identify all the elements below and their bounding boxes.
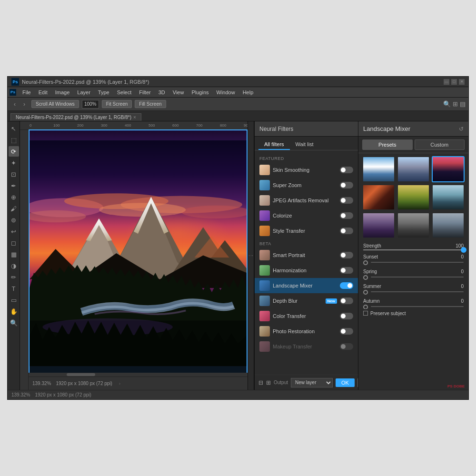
photo-restoration-toggle[interactable] [340,328,353,335]
menu-file[interactable]: File [19,89,34,96]
preserve-subject-checkbox[interactable] [363,311,368,316]
menu-window[interactable]: Window [213,89,238,96]
canvas-content[interactable] [29,130,248,377]
move-tool[interactable]: ↖ [9,123,19,134]
tab-wait-list[interactable]: Wait list [290,139,319,150]
select-tool[interactable]: ⬚ [9,135,19,145]
tab-close-button[interactable]: × [133,115,136,120]
colorize-toggle[interactable] [340,212,353,219]
scrollbar-horizontal[interactable] [29,373,248,377]
filter-landscape-mixer[interactable]: Landscape Mixer [255,278,358,293]
menu-select[interactable]: Select [114,89,135,96]
menu-help[interactable]: Help [239,89,257,96]
layers-icon-btn[interactable]: ⊟ [258,377,263,388]
filter-depth-blur[interactable]: Depth Blur New [255,293,358,308]
text-tool[interactable]: T [9,283,19,294]
autumn-track[interactable] [371,306,464,307]
lm-tab-custom[interactable]: Custom [415,139,465,150]
menu-plugins[interactable]: Plugins [188,89,212,96]
landscape-mixer-toggle[interactable] [340,282,353,289]
summer-circle[interactable] [363,290,368,295]
preset-9[interactable] [432,212,465,238]
hand-tool[interactable]: ✋ [9,306,19,317]
crop-tool[interactable]: ⊡ [9,169,19,179]
menu-3d[interactable]: 3D [155,89,169,96]
forward-button[interactable]: › [20,100,29,109]
clone-tool[interactable]: ⊚ [9,215,19,225]
preset-6[interactable] [432,184,465,210]
depth-blur-toggle[interactable] [340,298,353,304]
spring-circle[interactable] [363,275,368,280]
preset-4[interactable] [362,184,395,210]
menu-image[interactable]: Image [52,89,73,96]
smart-portrait-toggle[interactable] [340,252,353,258]
preset-3[interactable] [432,156,465,182]
pen-tool[interactable]: ✏ [9,272,19,282]
zoom-tool[interactable]: 🔍 [9,317,19,328]
arrange-icon[interactable]: ▤ [460,100,466,108]
filter-colorize[interactable]: Colorize [255,208,358,223]
neural-filters-list[interactable]: FEATURED Skin Smoothing [255,150,358,375]
filter-jpeg-artifacts[interactable]: JPEG Artifacts Removal [255,193,358,208]
preset-1[interactable] [362,156,395,182]
filter-skin-smoothing[interactable]: Skin Smoothing [255,162,358,178]
harmonization-toggle[interactable] [340,267,353,274]
sunset-circle[interactable] [363,260,368,265]
summer-track[interactable] [371,291,464,292]
filter-color-transfer[interactable]: Color Transfer [255,308,358,324]
preset-2[interactable] [397,156,430,182]
eraser-tool[interactable]: ◻ [9,238,19,248]
super-zoom-toggle[interactable] [340,182,353,188]
dodge-tool[interactable]: ◑ [9,260,19,271]
autumn-circle[interactable] [363,305,368,309]
scrollbar-thumb-h[interactable] [67,373,95,376]
filter-photo-restoration[interactable]: Photo Restoration [255,324,358,339]
document-tab[interactable]: Neural-Filters-Ps-2022.psd @ 139% (Layer… [10,113,141,121]
panel-collapse-handle[interactable]: ⋮ [248,121,254,390]
stacks-icon-btn[interactable]: ⊞ [266,377,271,388]
preset-8[interactable] [397,212,430,238]
preset-7[interactable] [362,212,395,238]
reset-icon[interactable]: ↺ [459,126,464,132]
makeup-transfer-toggle[interactable] [340,343,353,350]
canvas-arrow[interactable]: › [119,381,120,386]
workspace-icon[interactable]: ⊞ [453,100,458,108]
history-brush-tool[interactable]: ↩ [9,226,19,237]
menu-layer[interactable]: Layer [74,89,94,96]
skin-smoothing-toggle[interactable] [340,167,353,173]
menu-filter[interactable]: Filter [136,89,154,96]
zoom-input[interactable] [82,100,99,109]
filter-harmonization[interactable]: Harmonization [255,263,358,278]
magic-wand-tool[interactable]: ✦ [9,158,19,168]
menu-view[interactable]: View [169,89,188,96]
eyedropper-tool[interactable]: ✒ [9,180,19,191]
minimize-button[interactable]: — [444,79,449,85]
strength-thumb[interactable] [461,247,466,253]
healing-tool[interactable]: ⊕ [9,192,19,202]
menu-type[interactable]: Type [95,89,113,96]
spring-track[interactable] [371,277,464,278]
shape-tool[interactable]: ▭ [9,295,19,305]
strength-track[interactable] [363,249,464,250]
close-button[interactable]: ✕ [459,79,465,85]
fit-screen-button[interactable]: Fit Screen [102,100,132,108]
search-icon[interactable]: 🔍 [443,100,451,108]
scroll-all-windows-button[interactable]: Scroll All Windows [31,100,79,108]
output-select[interactable]: New layer Current layer Smart filter [291,378,333,387]
sunset-track[interactable] [371,262,464,263]
brush-tool[interactable]: 🖌 [9,203,19,214]
style-transfer-toggle[interactable] [340,228,353,234]
menu-edit[interactable]: Edit [35,89,51,96]
preset-5[interactable] [397,184,430,210]
jpeg-artifacts-toggle[interactable] [340,197,353,204]
ok-button[interactable]: OK [336,378,355,387]
back-button[interactable]: ‹ [10,100,19,109]
lasso-tool[interactable]: ⟳ [9,146,19,157]
maximize-button[interactable]: □ [451,79,457,85]
filter-super-zoom[interactable]: Super Zoom [255,178,358,193]
lm-tab-presets[interactable]: Presets [362,139,413,150]
tab-all-filters[interactable]: All filters [258,139,290,150]
gradient-tool[interactable]: ▦ [9,249,19,259]
color-transfer-toggle[interactable] [340,313,353,319]
fill-screen-button[interactable]: Fill Screen [135,100,166,108]
